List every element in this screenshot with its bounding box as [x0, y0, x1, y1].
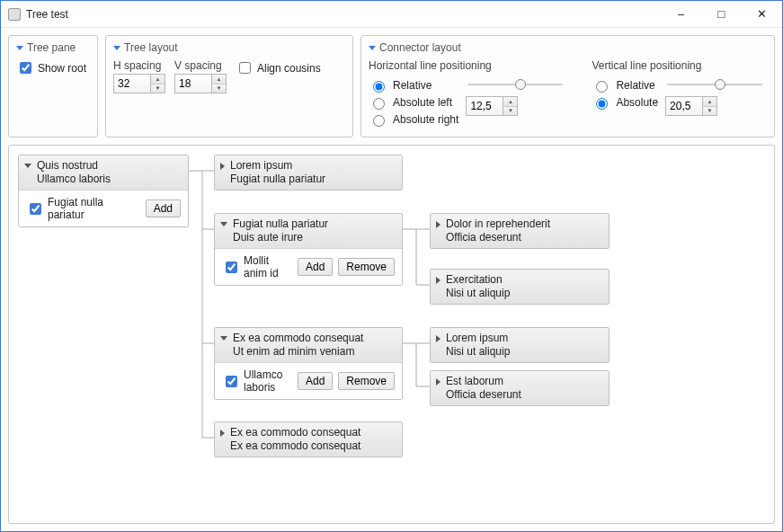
h-relative-label: Relative [393, 79, 432, 92]
v-value-input[interactable] [666, 97, 702, 115]
node-title-line1: Lorem ipsum [446, 332, 510, 345]
node-title-line2: Nisi ut aliquip [446, 345, 510, 359]
node-title-line2: Officia deserunt [446, 231, 550, 244]
chevron-down-icon[interactable] [16, 46, 23, 50]
expand-icon[interactable] [436, 335, 440, 342]
spin-up-icon[interactable]: ▲ [212, 75, 226, 84]
expand-icon[interactable] [220, 222, 227, 226]
node-title-line1: Fugiat nulla pariatur [233, 217, 328, 231]
expand-icon[interactable] [436, 221, 440, 228]
node-title-line2: Officia deserunt [446, 388, 521, 402]
node-option-label: Fugiat nulla pariatur [48, 196, 140, 221]
tree-node-b1: Dolor in reprehenderit Officia deserunt [430, 213, 609, 249]
node-option-label: Ullamco laboris [244, 368, 292, 394]
tree-node-b2: Exercitation Nisi ut aliquip [430, 269, 609, 305]
node-option-checkbox[interactable]: Mollit anim id [222, 254, 292, 279]
add-button[interactable]: Add [298, 372, 333, 390]
node-title-line2: Fugiat nulla pariatur [230, 173, 325, 186]
group-tree-pane: Tree pane Show root [8, 35, 98, 137]
show-root-checkbox[interactable]: Show root [16, 59, 90, 76]
spin-down-icon[interactable]: ▼ [212, 84, 226, 93]
h-spacing-label: H spacing [113, 59, 165, 72]
h-abs-right-label: Absolute right [393, 113, 458, 126]
node-title-line1: Est laborum [446, 375, 521, 388]
v-slider[interactable] [665, 78, 764, 91]
tree-node-b: Fugiat nulla pariatur Duis aute irure Mo… [214, 213, 403, 286]
v-spacing-input[interactable] [175, 75, 211, 93]
tree-node-c2: Est laborum Officia deserunt [430, 370, 609, 406]
spin-up-icon[interactable]: ▲ [703, 97, 716, 107]
expand-icon[interactable] [436, 378, 440, 386]
h-slider[interactable] [466, 78, 565, 91]
expand-icon[interactable] [436, 277, 440, 284]
tree-node-root: Quis nostrud Ullamco laboris Fugiat null… [18, 155, 189, 227]
group-connector-layout: Connector layout Horizontal line positio… [360, 35, 775, 137]
window-title: Tree test [26, 8, 68, 21]
h-abs-right-radio[interactable]: Absolute right [369, 112, 458, 127]
chevron-down-icon[interactable] [369, 46, 376, 50]
show-root-label: Show root [38, 62, 86, 75]
h-value-input[interactable] [467, 97, 503, 115]
v-absolute-radio[interactable]: Absolute [592, 95, 658, 110]
align-cousins-label: Align cousins [257, 62, 321, 75]
window: Tree test – □ ✕ Tree pane Show root [0, 0, 783, 532]
spin-up-icon[interactable]: ▲ [151, 75, 165, 84]
node-title-line1: Quis nostrud [37, 159, 111, 173]
h-spacing-spinner[interactable]: ▲▼ [113, 74, 165, 93]
slider-thumb[interactable] [515, 79, 526, 90]
tree-node-c1: Lorem ipsum Nisi ut aliquip [430, 327, 609, 363]
v-spacing-spinner[interactable]: ▲▼ [174, 74, 227, 93]
horizontal-label: Horizontal line positioning [369, 59, 565, 72]
node-title-line1: Ex ea commodo consequat [230, 426, 360, 439]
node-title-line2: Ut enim ad minim veniam [233, 345, 363, 359]
align-cousins-input[interactable] [239, 62, 251, 74]
expand-icon[interactable] [24, 164, 31, 168]
minimize-button[interactable]: – [661, 1, 701, 27]
maximize-button[interactable]: □ [701, 1, 742, 27]
h-relative-radio[interactable]: Relative [369, 78, 458, 93]
node-title-line2: Ex ea commodo consequat [230, 439, 360, 453]
add-button[interactable]: Add [146, 200, 181, 217]
remove-button[interactable]: Remove [338, 372, 395, 390]
node-option-label: Mollit anim id [244, 254, 292, 279]
node-option-checkbox[interactable]: Ullamco laboris [222, 368, 292, 394]
v-relative-label: Relative [616, 79, 654, 92]
expand-icon[interactable] [220, 430, 225, 437]
node-title-line2: Duis aute irure [233, 231, 328, 244]
node-title-line1: Lorem ipsum [230, 159, 325, 173]
h-abs-left-label: Absolute left [393, 96, 452, 109]
vertical-label: Vertical line positioning [592, 59, 764, 72]
tree-node-d: Ex ea commodo consequat Ex ea commodo co… [214, 421, 403, 457]
chevron-down-icon[interactable] [113, 46, 120, 50]
show-root-input[interactable] [20, 62, 31, 74]
spin-down-icon[interactable]: ▼ [703, 107, 716, 116]
spin-down-icon[interactable]: ▼ [503, 107, 517, 116]
group-title: Tree pane [27, 41, 76, 54]
app-icon [8, 8, 21, 21]
align-cousins-checkbox[interactable]: Align cousins [236, 59, 321, 76]
tree-node-c: Ex ea commodo consequat Ut enim ad minim… [214, 327, 403, 400]
spin-down-icon[interactable]: ▼ [151, 84, 165, 93]
v-spacing-label: V spacing [174, 59, 227, 72]
h-abs-left-radio[interactable]: Absolute left [369, 95, 458, 110]
spin-up-icon[interactable]: ▲ [503, 97, 517, 107]
h-value-spinner[interactable]: ▲▼ [466, 96, 518, 116]
v-absolute-label: Absolute [616, 96, 658, 109]
node-title-line1: Dolor in reprehenderit [446, 217, 550, 231]
group-tree-layout: Tree layout H spacing ▲▼ V spacing [105, 35, 353, 137]
group-title: Connector layout [379, 41, 461, 54]
expand-icon[interactable] [220, 163, 225, 170]
add-button[interactable]: Add [298, 258, 333, 276]
node-title-line2: Ullamco laboris [37, 173, 111, 186]
v-value-spinner[interactable]: ▲▼ [665, 96, 717, 116]
expand-icon[interactable] [220, 336, 227, 341]
node-title-line2: Nisi ut aliquip [446, 287, 510, 300]
v-relative-radio[interactable]: Relative [592, 78, 658, 93]
tree-area: Quis nostrud Ullamco laboris Fugiat null… [8, 145, 775, 524]
close-button[interactable]: ✕ [742, 1, 782, 27]
node-option-checkbox[interactable]: Fugiat nulla pariatur [26, 196, 140, 221]
h-spacing-input[interactable] [114, 75, 150, 93]
remove-button[interactable]: Remove [338, 258, 395, 276]
titlebar: Tree test – □ ✕ [1, 1, 782, 28]
slider-thumb[interactable] [715, 79, 725, 90]
